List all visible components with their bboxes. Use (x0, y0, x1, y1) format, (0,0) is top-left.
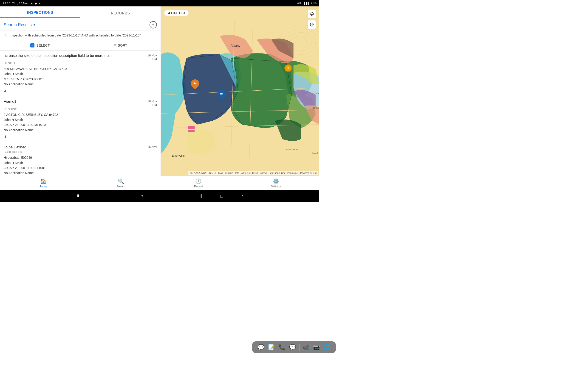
svg-rect-12 (188, 130, 195, 132)
inspection-item[interactable]: To be Defined 16 Nov SCHEDULED Hyderabad… (0, 142, 161, 176)
search-results-label: Search Results (4, 23, 32, 27)
map-attribution: Esri, NASA, NGA, USGS, FEMA | California… (188, 171, 318, 175)
map-area[interactable]: 65th St 63rd St Powell St Stanford Ave ◀… (161, 6, 319, 176)
bottom-nav: 🏠 Today 🔍 Search 🕐 Recent ⚙️ Settings (0, 176, 319, 190)
svg-point-19 (310, 23, 313, 26)
nav-recent[interactable]: 🕐 Recent (189, 178, 208, 188)
nav-today[interactable]: 🏠 Today (34, 178, 52, 188)
item-header: Frame1 16 NovPM (4, 100, 157, 106)
chevron-down-icon: ▾ (34, 23, 35, 27)
item-status: PENDING (4, 107, 157, 111)
android-back-arrow[interactable]: ‹ (242, 193, 243, 199)
sort-button[interactable]: ≡ SORT (80, 40, 161, 50)
map-city-label-albany: Albany (231, 44, 241, 48)
hide-list-button[interactable]: ◀ HIDE LIST (164, 10, 189, 16)
home-icon: 🏠 (40, 178, 46, 184)
item-address: 9 ACTON CIR, BERKELEY, CA 94702 John H S… (4, 112, 157, 133)
settings-icon: ⚙️ (273, 178, 279, 184)
item-date: 16 NovPM (147, 100, 157, 106)
item-header: ncrease the size of the inspection descr… (4, 54, 157, 60)
time: 22:16 (3, 2, 10, 5)
cloud-icon: ☁ (30, 2, 33, 5)
tab-inspections[interactable]: INSPECTIONS (0, 10, 80, 18)
select-sort-bar: ✓ SELECT ≡ SORT (0, 40, 161, 50)
android-menu-button[interactable]: ⠿ (76, 193, 80, 199)
layers-button[interactable] (307, 10, 316, 18)
add-button[interactable]: + (149, 21, 157, 28)
signal-icon: ▌▌▌ (304, 2, 310, 5)
search-results-header: Search Results ▾ + (0, 18, 161, 31)
select-button[interactable]: ✓ SELECT (0, 40, 80, 50)
map-marker-number[interactable]: 3 (284, 64, 292, 72)
sort-icon: ≡ (114, 43, 116, 48)
item-date: 16 NovPM (147, 54, 157, 60)
android-back-button[interactable]: ||| (198, 193, 202, 199)
location-button[interactable] (307, 20, 316, 29)
status-bar-right: WiFi ▌▌▌ 26% (297, 2, 317, 5)
svg-rect-11 (188, 126, 195, 129)
nav-settings[interactable]: ⚙️ Settings (267, 178, 285, 188)
svg-text:Stanford Ave: Stanford Ave (286, 148, 298, 151)
tab-records[interactable]: RECORDS (80, 11, 161, 18)
android-nav-bar: ⠿ ○ ||| □ ‹ (0, 190, 319, 202)
svg-text:63rd St: 63rd St (313, 107, 319, 109)
map-marker-orange[interactable]: 9+ (191, 79, 200, 91)
item-date: 16 Nov (147, 145, 157, 149)
date: Thu, 16 Nov (12, 2, 28, 5)
filter-description: ☆ Inspection with scheduled from date "2… (0, 31, 161, 40)
navigate-icon[interactable]: ➤ (2, 88, 8, 94)
inspection-item[interactable]: ncrease the size of the inspection descr… (0, 50, 161, 96)
map-city-label-emeryville: Emeryville (172, 154, 184, 157)
star-icon: ☆ (4, 33, 7, 38)
chevron-left-icon: ◀ (167, 11, 170, 15)
item-address: Hyderabad, 500049 John H Smith 23CAP-23-… (4, 155, 157, 176)
tabs: INSPECTIONS RECORDS (0, 6, 161, 18)
item-status: DENIED (4, 61, 157, 65)
media-icon: ▶ (35, 2, 37, 5)
svg-point-18 (311, 24, 312, 25)
svg-text:65th St: 65th St (313, 92, 319, 94)
item-header: To be Defined 16 Nov (4, 145, 157, 149)
inspection-item[interactable]: Frame1 16 NovPM PENDING 9 ACTON CIR, BER… (0, 96, 161, 142)
item-title: To be Defined (4, 145, 146, 149)
inspection-list: ncrease the size of the inspection descr… (0, 50, 161, 176)
item-address: 809 DELAWARE ST, BERKELEY, CA 94710 John… (4, 66, 157, 87)
recent-icon: 🕐 (195, 178, 201, 184)
filter-text: Inspection with scheduled from date "202… (10, 33, 141, 37)
android-home-button[interactable]: ○ (140, 193, 143, 199)
map-background: 65th St 63rd St Powell St Stanford Ave (161, 6, 319, 176)
left-panel: INSPECTIONS RECORDS Search Results ▾ + ☆… (0, 6, 161, 176)
wifi-icon: WiFi (297, 2, 302, 5)
android-square-button[interactable]: □ (220, 193, 223, 199)
dot-icon: • (39, 2, 40, 5)
map-controls (307, 10, 316, 29)
status-bar-left: 22:16 Thu, 16 Nov ☁ ▶ • (3, 2, 40, 5)
nav-search[interactable]: 🔍 Search (112, 178, 130, 188)
item-title: ncrease the size of the inspection descr… (4, 54, 146, 58)
status-bar: 22:16 Thu, 16 Nov ☁ ▶ • WiFi ▌▌▌ 26% (0, 0, 319, 6)
item-title: Frame1 (4, 100, 146, 104)
navigate-icon[interactable]: ➤ (2, 134, 8, 140)
search-results-title[interactable]: Search Results ▾ (4, 23, 35, 27)
hide-list-label: HIDE LIST (171, 11, 185, 15)
battery: 26% (311, 2, 317, 5)
item-status: SCHEDULED (4, 150, 157, 154)
svg-text:Powell St: Powell St (312, 152, 319, 154)
main-layout: INSPECTIONS RECORDS Search Results ▾ + ☆… (0, 6, 319, 176)
map-marker-blue[interactable]: 9+ (218, 90, 227, 102)
search-icon: 🔍 (118, 178, 124, 184)
checkbox-icon: ✓ (30, 43, 35, 48)
